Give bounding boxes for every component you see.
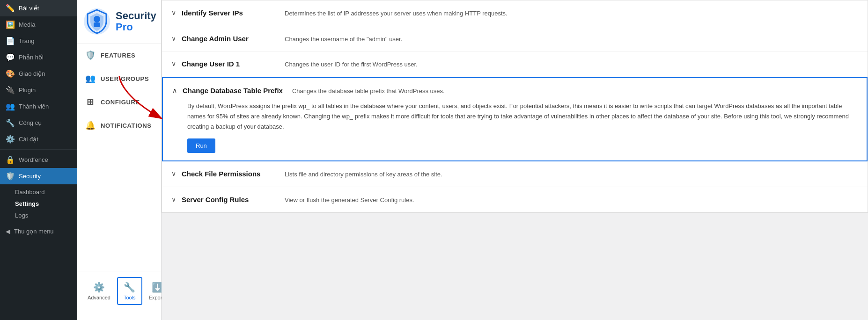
tab-tools[interactable]: 🔧 Tools xyxy=(117,277,142,305)
wordfence-icon: 🔒 xyxy=(6,155,15,164)
plugin-nav-features[interactable]: 🛡️ FEATURES xyxy=(77,44,161,67)
divider xyxy=(0,149,77,150)
chevron-icon: ∨ xyxy=(171,196,176,203)
media-icon: 🖼️ xyxy=(6,20,15,29)
sidebar-item-wordfence[interactable]: 🔒 Wordfence xyxy=(0,152,77,168)
feature-row-header: ∨ Check File Permissions Lists file and … xyxy=(171,169,858,179)
feature-row-identify-server-ips[interactable]: ∨ Identify Server IPs Determines the lis… xyxy=(162,0,868,26)
sidebar-item-cai-dat[interactable]: ⚙️ Cài đặt xyxy=(0,131,77,147)
feature-title: Identify Server IPs xyxy=(182,8,275,18)
plugin-sidebar: Security Pro 🛡️ FEATURES 👥 USER GROUPS ⊞… xyxy=(77,0,162,320)
comment-icon: 💬 xyxy=(6,53,15,62)
submenu-logs[interactable]: Logs xyxy=(9,210,77,221)
feature-title: Server Config Rules xyxy=(182,195,275,204)
feature-row-change-database-prefix[interactable]: ∧ Change Database Table Prefix Changes t… xyxy=(162,77,868,162)
chevron-icon: ∨ xyxy=(171,60,176,67)
security-submenu: Dashboard Settings Logs xyxy=(0,184,77,223)
feature-description: View or flush the generated Server Confi… xyxy=(285,195,858,205)
notifications-nav-icon: 🔔 xyxy=(85,120,96,131)
sidebar-item-security[interactable]: 🛡️ Security xyxy=(0,168,77,184)
submenu-dashboard[interactable]: Dashboard xyxy=(9,186,77,198)
submenu-settings[interactable]: Settings xyxy=(9,198,77,210)
feature-description: Changes the username of the "admin" user… xyxy=(285,34,858,44)
plugin-logo-text: Security Pro xyxy=(116,10,156,33)
advanced-tab-icon: ⚙️ xyxy=(93,282,105,293)
feature-description: Changes the database table prefix that W… xyxy=(292,86,857,96)
svg-point-1 xyxy=(94,16,100,22)
plugin-nav-user-groups[interactable]: 👥 USER GROUPS xyxy=(77,67,161,90)
sidebar-item-bai-viet[interactable]: ✏️ Bài viết xyxy=(0,0,77,16)
plugin-nav-notifications[interactable]: 🔔 NOTIFICATIONS xyxy=(77,114,161,137)
feature-title: Change User ID 1 xyxy=(182,59,275,69)
tools-icon: 🔧 xyxy=(6,118,15,127)
feature-description: Lists file and directory permissions of … xyxy=(285,169,858,179)
plugin-bottom-tabs: ⚙️ Advanced 🔧 Tools ⬇️ Exports xyxy=(77,271,161,311)
chevron-icon: ∨ xyxy=(171,170,176,177)
tab-advanced[interactable]: ⚙️ Advanced xyxy=(81,277,117,305)
svg-rect-2 xyxy=(94,22,100,27)
plugin-nav: 🛡️ FEATURES 👥 USER GROUPS ⊞ CONFIGURE 🔔 … xyxy=(77,44,161,137)
chevron-icon: ∨ xyxy=(171,9,176,16)
feature-row-header: ∧ Change Database Table Prefix Changes t… xyxy=(172,86,857,96)
feature-expanded-content: By default, WordPress assigns the prefix… xyxy=(187,101,857,153)
sidebar-item-trang[interactable]: 📄 Trang xyxy=(0,33,77,49)
collapse-arrow-icon: ◀ xyxy=(6,228,10,235)
sidebar-item-giao-dien[interactable]: 🎨 Giao diện xyxy=(0,65,77,82)
user-groups-nav-icon: 👥 xyxy=(85,73,96,84)
feature-row-check-file-permissions[interactable]: ∨ Check File Permissions Lists file and … xyxy=(162,161,868,187)
security-pro-logo-icon xyxy=(83,7,111,36)
feature-row-header: ∨ Server Config Rules View or flush the … xyxy=(171,195,858,205)
main-content: ∨ Identify Server IPs Determines the lis… xyxy=(162,0,868,320)
feature-row-header: ∨ Change User ID 1 Changes the user ID f… xyxy=(171,59,858,69)
sidebar-item-thanh-vien[interactable]: 👥 Thành viên xyxy=(0,98,77,115)
shield-nav-icon: 🛡️ xyxy=(85,50,96,60)
chevron-icon: ∧ xyxy=(172,87,177,94)
sidebar-item-cong-cu[interactable]: 🔧 Công cụ xyxy=(0,115,77,131)
users-icon: 👥 xyxy=(6,102,15,111)
sidebar-item-media[interactable]: 🖼️ Media xyxy=(0,16,77,33)
feature-row-header: ∨ Change Admin User Changes the username… xyxy=(171,34,858,44)
run-button[interactable]: Run xyxy=(187,138,215,153)
feature-description: Changes the user ID for the first WordPr… xyxy=(285,59,858,69)
tools-tab-icon: 🔧 xyxy=(124,282,135,293)
feature-row-server-config-rules[interactable]: ∨ Server Config Rules View or flush the … xyxy=(162,187,868,213)
features-panel: ∨ Identify Server IPs Determines the lis… xyxy=(162,0,868,213)
theme-icon: 🎨 xyxy=(6,69,15,78)
feature-row-header: ∨ Identify Server IPs Determines the lis… xyxy=(171,8,858,18)
plugin-icon: 🔌 xyxy=(6,86,15,95)
feature-title: Change Admin User xyxy=(182,34,275,44)
feature-row-change-admin-user[interactable]: ∨ Change Admin User Changes the username… xyxy=(162,26,868,52)
feature-title: Change Database Table Prefix xyxy=(183,86,283,95)
shield-icon: 🛡️ xyxy=(6,172,15,181)
page-icon: 📄 xyxy=(6,36,15,45)
collapse-menu-button[interactable]: ◀ Thu gọn menu xyxy=(0,223,77,240)
sidebar-item-plugin[interactable]: 🔌 Plugin xyxy=(0,82,77,98)
feature-title: Check File Permissions xyxy=(182,169,275,179)
configure-nav-icon: ⊞ xyxy=(85,97,96,107)
edit-icon: ✏️ xyxy=(6,4,15,13)
feature-row-change-user-id[interactable]: ∨ Change User ID 1 Changes the user ID f… xyxy=(162,51,868,77)
plugin-nav-configure[interactable]: ⊞ CONFIGURE xyxy=(77,90,161,114)
feature-description: Determines the list of IP addresses your… xyxy=(285,8,858,18)
wp-admin-sidebar: ✏️ Bài viết 🖼️ Media 📄 Trang 💬 Phản hồi … xyxy=(0,0,77,320)
settings-icon: ⚙️ xyxy=(6,135,15,144)
chevron-icon: ∨ xyxy=(171,35,176,42)
plugin-logo: Security Pro xyxy=(77,0,161,44)
sidebar-item-phan-hoi[interactable]: 💬 Phản hồi xyxy=(0,49,77,65)
